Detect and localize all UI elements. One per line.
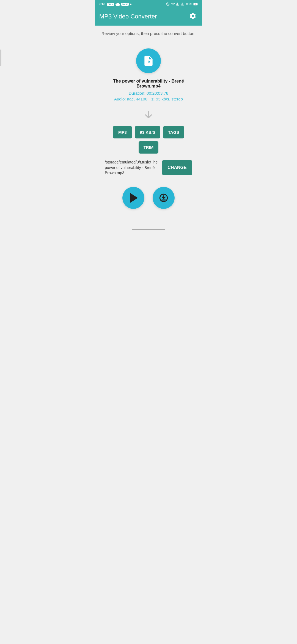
gear-icon xyxy=(189,12,197,20)
svg-rect-1 xyxy=(197,4,198,5)
talk-badge-2: TALK xyxy=(121,3,129,6)
signal-icon xyxy=(176,2,180,6)
subtitle-text: Review your options, then press the conv… xyxy=(95,26,202,40)
arrow-down-icon xyxy=(144,110,153,121)
signal2-icon xyxy=(181,2,185,6)
bottom-bar xyxy=(95,228,202,233)
talk-badge-1: TALK xyxy=(107,3,114,6)
output-path-text: /storage/emulated/0/Music/The power of v… xyxy=(105,160,159,176)
main-content: Review your options, then press the conv… xyxy=(95,26,202,228)
action-buttons-row xyxy=(122,187,175,209)
cloud-icon xyxy=(116,2,120,6)
notification-dot xyxy=(130,4,131,5)
play-triangle-icon xyxy=(130,193,138,203)
battery-icon xyxy=(193,2,198,6)
tags-button[interactable]: TAGS xyxy=(163,126,184,138)
file-name: The power of vulnerability - Brené Brown… xyxy=(100,79,197,89)
file-card: The power of vulnerability - Brené Brown… xyxy=(95,40,202,214)
mp3-button[interactable]: MP3 xyxy=(113,126,132,138)
app-title: MP3 Video Converter xyxy=(99,13,157,20)
video-file-icon xyxy=(142,55,155,67)
toolbar: MP3 Video Converter xyxy=(95,8,202,26)
play-button[interactable] xyxy=(122,187,144,209)
status-left: 9:43 TALK TALK xyxy=(99,2,131,6)
file-audio: Audio: aac, 44100 Hz, 93 kb/s, stereo xyxy=(114,97,183,101)
file-duration: Duration: 00:20:03.78 xyxy=(129,91,168,95)
home-indicator xyxy=(132,229,165,230)
options-row: MP3 93 KB/S TAGS TRIM xyxy=(100,126,197,154)
file-icon-circle xyxy=(136,48,161,73)
status-bar: 9:43 TALK TALK 85% xyxy=(95,0,202,8)
bitrate-button[interactable]: 93 KB/S xyxy=(135,126,160,138)
change-button[interactable]: CHANGE xyxy=(162,160,192,175)
download-convert-icon xyxy=(159,193,169,203)
wifi-icon xyxy=(171,2,175,6)
status-time: 9:43 xyxy=(99,2,105,6)
status-right: 85% xyxy=(166,2,198,6)
alarm-icon xyxy=(166,2,170,6)
output-row: /storage/emulated/0/Music/The power of v… xyxy=(100,160,197,176)
trim-button[interactable]: TRIM xyxy=(139,141,159,154)
battery-percent: 85% xyxy=(186,2,192,6)
settings-button[interactable] xyxy=(188,11,198,22)
convert-download-button[interactable] xyxy=(153,187,175,209)
